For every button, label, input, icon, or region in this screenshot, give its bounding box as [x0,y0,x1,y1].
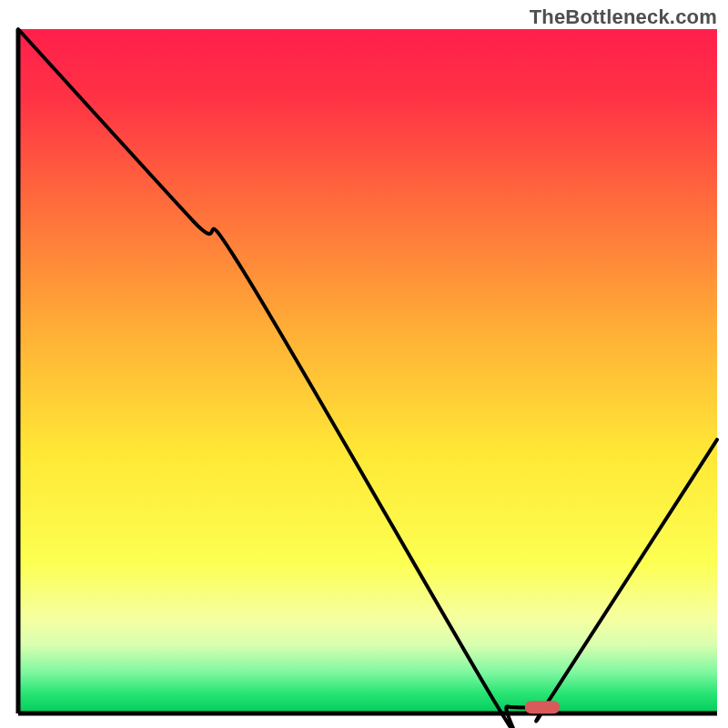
watermark-text: TheBottleneck.com [530,5,717,29]
bottleneck-chart [0,0,728,728]
chart-container: TheBottleneck.com [0,0,728,728]
gradient-background [18,29,717,713]
optimal-range-marker [525,701,560,713]
